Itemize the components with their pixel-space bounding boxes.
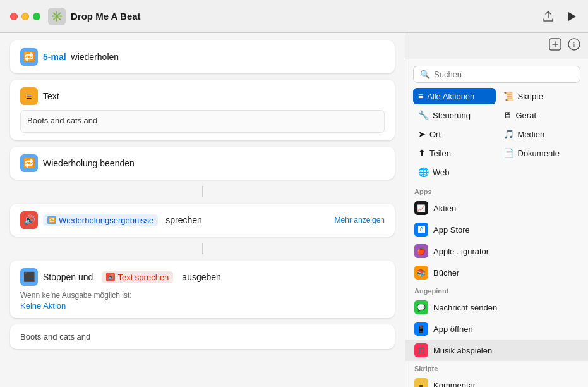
- actions-list: Apps 📈 Aktien 🅰 App Store 🍎 Apple . igur…: [405, 184, 588, 387]
- stop-condition-label: Wenn keine Ausgabe möglich ist:: [20, 291, 385, 300]
- titlebar-actions: [541, 9, 578, 23]
- traffic-lights: [10, 13, 40, 20]
- connector-divider-2: [202, 243, 203, 254]
- text-icon: ≡: [20, 87, 38, 105]
- pill-label: Wiederholungsergebnisse: [59, 216, 153, 225]
- apple-label: Apple . igurator: [433, 247, 489, 256]
- kommentar-label: Kommentar: [433, 381, 476, 388]
- cat-label: Ort: [429, 130, 441, 139]
- nachricht-label: Nachricht senden: [433, 303, 497, 312]
- repeat-label: wiederholen: [71, 52, 119, 62]
- list-item[interactable]: 🍎 Apple . igurator: [405, 240, 588, 262]
- aktien-label: Aktien: [433, 204, 456, 213]
- stop-suffix: ausgeben: [182, 272, 221, 282]
- app-oeffnen-icon: 📱: [414, 322, 428, 336]
- skripte-icon: 📜: [503, 91, 514, 101]
- category-steuerung[interactable]: 🔧 Steuerung: [413, 107, 496, 123]
- app-icon: ✳️: [48, 8, 66, 25]
- list-item[interactable]: 📱 App öffnen: [405, 318, 588, 340]
- skripte-section-label: Skripte: [405, 361, 588, 374]
- end-repeat-icon: 🔁: [20, 154, 38, 172]
- list-item[interactable]: 📈 Aktien: [405, 197, 588, 219]
- musik-icon: 🎵: [414, 343, 428, 357]
- aktien-icon: 📈: [414, 201, 428, 215]
- alle-icon: ≡: [418, 91, 423, 101]
- repeat-block: 🔁 5-mal wiederholen: [10, 40, 395, 73]
- category-geraet[interactable]: 🖥 Gerät: [498, 107, 581, 123]
- end-repeat-block: 🔁 Wiederholung beenden: [10, 147, 395, 180]
- speak-block: 🔊 🔁 Wiederholungsergebnisse sprechen Meh…: [10, 204, 395, 236]
- category-dokumente[interactable]: 📄 Dokumente: [498, 145, 581, 161]
- right-panel: i 🔍 ≡ Alle Aktionen 📜 Skripte 🔧 Steuerun…: [405, 33, 588, 387]
- cat-label: Dokumente: [518, 149, 560, 158]
- share-button[interactable]: [541, 9, 555, 23]
- output-block: Boots and cats and: [10, 324, 395, 349]
- buecher-icon: 📚: [414, 266, 428, 280]
- musik-label: Musik abspielen: [433, 346, 492, 355]
- text-title: Text: [43, 91, 59, 101]
- category-web[interactable]: 🌐 Web: [413, 164, 496, 180]
- add-to-panel-button[interactable]: [549, 38, 561, 54]
- play-button[interactable]: [565, 10, 578, 23]
- svg-marker-0: [568, 12, 576, 21]
- connector-divider: [202, 186, 203, 197]
- main-area: 🔁 5-mal wiederholen ≡ Text Boots and cat…: [0, 33, 588, 387]
- output-text: Boots and cats and: [20, 332, 90, 341]
- category-ort[interactable]: ➤ Ort: [413, 126, 496, 142]
- stop-prefix: Stoppen und: [43, 272, 93, 282]
- right-panel-header: i: [405, 33, 588, 59]
- cat-label: Skripte: [518, 92, 543, 101]
- stop-icon: ⬛: [20, 268, 38, 286]
- app-oeffnen-label: App öffnen: [433, 324, 473, 334]
- list-item[interactable]: 💬 Nachricht senden: [405, 297, 588, 318]
- stop-block: ⬛ Stoppen und 🔊 Text sprechen ausgeben W…: [10, 261, 395, 318]
- apple-icon: 🍎: [414, 244, 428, 258]
- search-bar[interactable]: 🔍: [413, 66, 580, 83]
- cat-label: Gerät: [516, 111, 537, 120]
- text-pill-label: Text sprechen: [117, 273, 169, 282]
- text-content[interactable]: Boots and cats and: [20, 110, 385, 133]
- search-input[interactable]: [434, 70, 573, 79]
- titlebar: ✳️ Drop Me A Beat: [0, 0, 588, 33]
- end-repeat-label: Wiederholung beenden: [43, 158, 135, 168]
- svg-text:i: i: [573, 40, 575, 49]
- list-item[interactable]: 🎵 Musik abspielen: [405, 340, 588, 361]
- repeat-results-pill: 🔁 Wiederholungsergebnisse: [43, 214, 158, 226]
- appstore-label: App Store: [433, 225, 470, 235]
- cat-label: Teilen: [429, 149, 451, 158]
- category-teilen[interactable]: ⬆ Teilen: [413, 145, 496, 161]
- appstore-icon: 🅰: [414, 223, 428, 236]
- cat-label: Web: [433, 168, 450, 177]
- kommentar-icon: ≡: [414, 378, 428, 387]
- list-item[interactable]: 📚 Bücher: [405, 262, 588, 283]
- buecher-label: Bücher: [433, 268, 459, 278]
- keine-aktion-label[interactable]: Keine Aktion: [20, 301, 385, 310]
- window-title: Drop Me A Beat: [71, 11, 541, 22]
- mehr-anzeigen-link[interactable]: Mehr anzeigen: [335, 216, 385, 224]
- cat-label: Alle Aktionen: [427, 92, 474, 101]
- speak-icon: 🔊: [20, 211, 38, 229]
- search-icon: 🔍: [420, 70, 430, 79]
- cat-label: Medien: [518, 130, 545, 139]
- nachricht-icon: 💬: [414, 300, 428, 314]
- category-skripte[interactable]: 📜 Skripte: [498, 88, 581, 104]
- repeat-icon: 🔁: [20, 48, 38, 66]
- text-sprechen-pill: 🔊 Text sprechen: [102, 271, 173, 283]
- info-button[interactable]: i: [568, 38, 580, 54]
- category-grid: ≡ Alle Aktionen 📜 Skripte 🔧 Steuerung 🖥 …: [405, 88, 588, 180]
- pinned-section-label: Angepinnt: [405, 283, 588, 297]
- apps-section-label: Apps: [405, 184, 588, 197]
- cat-label: Steuerung: [433, 111, 471, 120]
- fullscreen-button[interactable]: [33, 13, 40, 20]
- text-block: ≡ Text Boots and cats and: [10, 80, 395, 140]
- list-item[interactable]: 🅰 App Store: [405, 219, 588, 240]
- repeat-count: 5-mal: [43, 52, 66, 62]
- category-medien[interactable]: 🎵 Medien: [498, 126, 581, 142]
- close-button[interactable]: [10, 13, 18, 20]
- workflow-panel: 🔁 5-mal wiederholen ≡ Text Boots and cat…: [0, 33, 405, 387]
- minimize-button[interactable]: [21, 13, 29, 20]
- category-alle-aktionen[interactable]: ≡ Alle Aktionen: [413, 88, 496, 104]
- speak-label: sprechen: [165, 215, 202, 225]
- list-item[interactable]: ≡ Kommentar: [405, 374, 588, 387]
